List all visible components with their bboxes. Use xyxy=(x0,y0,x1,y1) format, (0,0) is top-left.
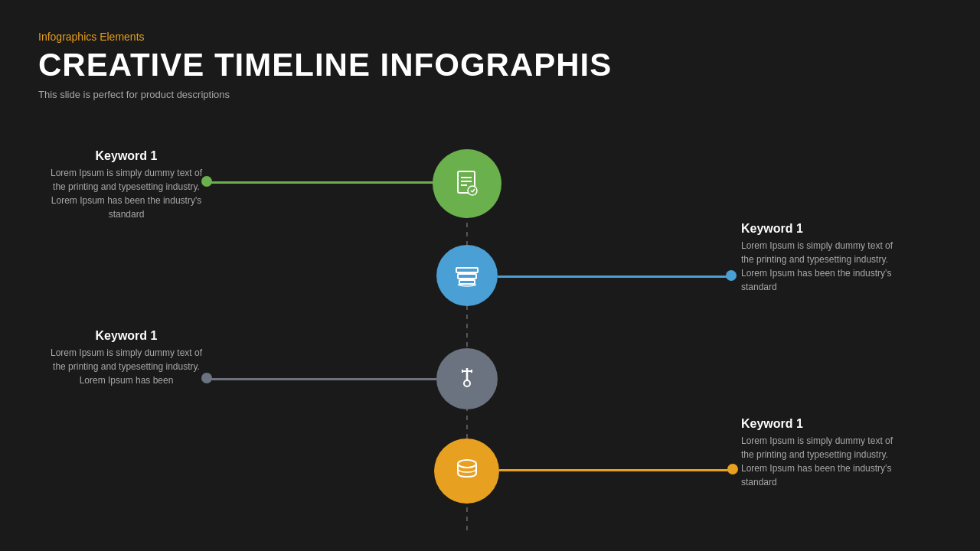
header-title: CREATIVE TIMELINE INFOGRAPHIS xyxy=(38,47,612,83)
keyword-right-1: Keyword 1 Lorem Ipsum is simply dummy te… xyxy=(741,222,902,294)
keyword-left-1-title: Keyword 1 xyxy=(46,149,207,163)
dot-orange-right xyxy=(727,464,738,474)
svg-point-4 xyxy=(468,186,477,195)
tools-icon xyxy=(452,364,482,394)
svg-point-11 xyxy=(464,380,470,386)
keyword-left-2-title: Keyword 1 xyxy=(46,329,207,343)
dot-blue-right xyxy=(726,270,737,281)
keyword-left-2: Keyword 1 Lorem Ipsum is simply dummy te… xyxy=(46,329,207,387)
document-icon xyxy=(452,168,482,199)
connector-left-1 xyxy=(207,181,433,184)
connector-left-2 xyxy=(207,378,436,380)
keyword-right-2-title: Keyword 1 xyxy=(741,417,902,431)
connector-right-2 xyxy=(499,469,733,471)
svg-point-15 xyxy=(458,460,476,468)
database-icon xyxy=(452,456,482,487)
keyword-left-1: Keyword 1 Lorem Ipsum is simply dummy te… xyxy=(46,149,207,221)
node-blue xyxy=(436,245,498,306)
keyword-left-2-body: Lorem Ipsum is simply dummy text of the … xyxy=(46,346,207,387)
node-green xyxy=(433,149,501,218)
svg-rect-9 xyxy=(459,280,475,284)
keyword-right-1-title: Keyword 1 xyxy=(741,222,902,236)
svg-rect-7 xyxy=(456,268,478,272)
node-gray xyxy=(436,348,498,409)
svg-rect-8 xyxy=(458,274,476,279)
header-subtitle: Infographics Elements xyxy=(38,31,612,43)
header-description: This slide is perfect for product descri… xyxy=(38,89,612,100)
keyword-right-1-body: Lorem Ipsum is simply dummy text of the … xyxy=(741,239,902,294)
connector-right-1 xyxy=(498,276,731,278)
keyword-left-1-body: Lorem Ipsum is simply dummy text of the … xyxy=(46,166,207,221)
keyword-right-2-body: Lorem Ipsum is simply dummy text of the … xyxy=(741,434,902,489)
books-icon xyxy=(452,260,482,291)
keyword-right-2: Keyword 1 Lorem Ipsum is simply dummy te… xyxy=(741,417,902,489)
header: Infographics Elements CREATIVE TIMELINE … xyxy=(38,31,612,100)
node-orange xyxy=(434,439,499,504)
